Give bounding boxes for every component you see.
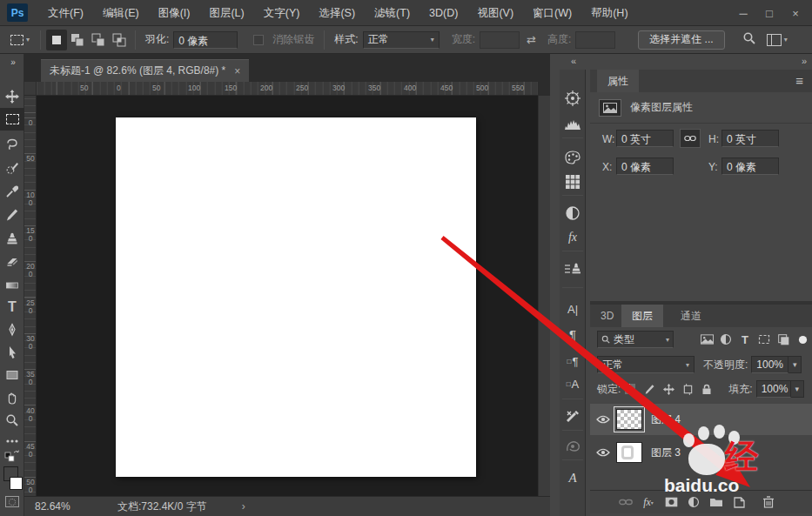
delete-layer-icon[interactable] bbox=[757, 493, 780, 512]
color-panel-icon[interactable] bbox=[560, 146, 586, 169]
select-and-mask-button[interactable]: 选择并遮住 ... bbox=[638, 30, 724, 50]
fill-field[interactable]: 100% bbox=[756, 380, 791, 398]
pen-tool[interactable] bbox=[0, 318, 24, 341]
status-options-icon[interactable]: › bbox=[242, 500, 245, 513]
height-input[interactable] bbox=[575, 31, 615, 49]
tab-properties[interactable]: 属性 bbox=[597, 70, 639, 92]
menu-file[interactable]: 文件(F) bbox=[38, 0, 93, 26]
menu-window[interactable]: 窗口(W) bbox=[523, 0, 581, 26]
clone-source-panel-icon[interactable] bbox=[560, 258, 586, 280]
w-field[interactable]: 0 英寸 bbox=[616, 130, 674, 147]
menu-help[interactable]: 帮助(H) bbox=[581, 0, 637, 26]
lock-transparent-icon[interactable] bbox=[621, 380, 640, 398]
menu-layer[interactable]: 图层(L) bbox=[199, 0, 253, 26]
lock-all-icon[interactable] bbox=[697, 380, 716, 398]
quick-selection-tool[interactable] bbox=[0, 157, 24, 179]
styles-panel-icon[interactable]: fx bbox=[560, 226, 586, 249]
filter-pixel-layers-icon[interactable] bbox=[697, 331, 716, 348]
new-selection-button[interactable] bbox=[46, 30, 67, 50]
minimize-icon[interactable]: ─ bbox=[730, 0, 756, 26]
eraser-tool[interactable] bbox=[0, 251, 24, 273]
x-field[interactable]: 0 像素 bbox=[616, 157, 674, 175]
character-panel-icon[interactable]: A| bbox=[560, 298, 586, 320]
opacity-caret[interactable]: ▾ bbox=[789, 356, 802, 373]
workspace-switcher[interactable]: ▾ bbox=[767, 34, 788, 46]
antialias-checkbox[interactable] bbox=[253, 35, 264, 45]
y-field[interactable]: 0 像素 bbox=[721, 157, 779, 175]
zoom-tool[interactable] bbox=[0, 409, 24, 432]
lock-pixels-icon[interactable] bbox=[640, 380, 659, 398]
add-to-selection-button[interactable] bbox=[67, 30, 88, 50]
tool-preset-picker[interactable]: ▾ bbox=[5, 30, 35, 50]
menu-type[interactable]: 文字(Y) bbox=[254, 0, 310, 26]
layer-thumbnail[interactable] bbox=[616, 409, 642, 430]
blend-mode-dropdown[interactable]: 正常 ▾ bbox=[597, 356, 695, 373]
glyphs-panel-icon[interactable]: A bbox=[560, 466, 586, 489]
lock-position-icon[interactable] bbox=[659, 380, 678, 398]
filter-type-dropdown[interactable]: 类型 ▾ bbox=[597, 331, 674, 348]
layer-name[interactable]: 图层 3 bbox=[651, 446, 681, 460]
filter-type-layers-icon[interactable]: T bbox=[735, 331, 755, 348]
swap-dimensions-icon[interactable]: ⇄ bbox=[527, 33, 536, 46]
path-selection-tool[interactable] bbox=[0, 341, 24, 364]
menu-select[interactable]: 选择(S) bbox=[309, 0, 365, 26]
new-layer-icon[interactable] bbox=[728, 493, 750, 512]
layer-row-4[interactable]: 图层 4 bbox=[590, 404, 812, 435]
tab-3d[interactable]: 3D bbox=[590, 305, 624, 327]
link-dimensions-button[interactable] bbox=[680, 129, 701, 148]
quick-mask-button[interactable] bbox=[5, 496, 19, 507]
layer-style-fx-icon[interactable]: fx▾ bbox=[637, 493, 660, 512]
paragraph-panel-icon[interactable]: ¶ bbox=[560, 323, 586, 345]
character-styles-panel-icon[interactable]: □A bbox=[560, 372, 586, 395]
intersect-selection-button[interactable] bbox=[109, 30, 130, 50]
link-layers-icon[interactable] bbox=[614, 493, 637, 512]
clone-stamp-tool[interactable] bbox=[0, 227, 24, 250]
histogram-icon[interactable] bbox=[560, 113, 586, 136]
lasso-tool[interactable] bbox=[0, 133, 24, 156]
expand-tools-icon[interactable]: » bbox=[0, 56, 24, 68]
panel-menu-icon[interactable]: ≡ bbox=[795, 73, 803, 88]
tab-channels[interactable]: 通道 bbox=[670, 305, 712, 327]
maximize-icon[interactable]: □ bbox=[756, 0, 782, 26]
hand-tool[interactable] bbox=[0, 386, 24, 409]
opacity-field[interactable]: 100% bbox=[751, 356, 789, 373]
adjustments-panel-icon[interactable] bbox=[560, 202, 586, 224]
eyedropper-tool[interactable] bbox=[0, 180, 24, 203]
close-icon[interactable]: × bbox=[782, 0, 809, 26]
visibility-eye-icon[interactable] bbox=[590, 448, 616, 457]
layer-thumbnail[interactable] bbox=[616, 442, 642, 463]
width-input[interactable] bbox=[480, 31, 520, 49]
move-tool[interactable] bbox=[0, 85, 24, 108]
visibility-eye-icon[interactable] bbox=[590, 415, 616, 424]
background-color-swatch[interactable] bbox=[10, 477, 23, 490]
zoom-level-field[interactable]: 82.64% bbox=[35, 500, 96, 513]
default-swap-colors-icon[interactable] bbox=[0, 447, 24, 463]
collapse-panels-icon[interactable]: » bbox=[802, 56, 805, 66]
layer-row-3[interactable]: 图层 3 bbox=[590, 437, 812, 468]
type-tool[interactable]: T bbox=[0, 296, 24, 318]
tab-layers[interactable]: 图层 bbox=[621, 305, 663, 327]
search-icon[interactable] bbox=[742, 31, 756, 48]
menu-view[interactable]: 视图(V) bbox=[467, 0, 523, 26]
document-tab[interactable]: 未标题-1 @ 82.6% (图层 4, RGB/8#) * × bbox=[41, 59, 249, 82]
canvas[interactable] bbox=[116, 117, 476, 477]
lock-artboard-icon[interactable] bbox=[678, 380, 697, 398]
filter-shape-layers-icon[interactable] bbox=[755, 331, 774, 348]
close-tab-icon[interactable]: × bbox=[234, 65, 240, 77]
swatches-panel-icon[interactable] bbox=[560, 171, 586, 193]
actions-panel-icon[interactable] bbox=[560, 435, 586, 458]
menu-image[interactable]: 图像(I) bbox=[149, 0, 200, 26]
horizontal-ruler[interactable]: 50 0 50 100 150 200 250 300 350 400 450 … bbox=[37, 82, 538, 96]
subtract-from-selection-button[interactable] bbox=[88, 30, 109, 50]
brush-tool[interactable] bbox=[0, 204, 24, 226]
add-layer-mask-icon[interactable] bbox=[660, 493, 682, 512]
filter-toggle[interactable] bbox=[793, 331, 812, 348]
vertical-scrollbar[interactable] bbox=[538, 96, 550, 496]
new-adjustment-layer-icon[interactable] bbox=[682, 493, 705, 512]
rectangular-marquee-tool[interactable] bbox=[0, 108, 24, 131]
feather-input[interactable]: 0 像素 bbox=[173, 31, 238, 49]
h-field[interactable]: 0 英寸 bbox=[721, 130, 779, 147]
style-dropdown[interactable]: 正常 ▾ bbox=[363, 31, 440, 49]
layer-name[interactable]: 图层 4 bbox=[651, 412, 681, 427]
rectangle-shape-tool[interactable] bbox=[0, 364, 24, 386]
